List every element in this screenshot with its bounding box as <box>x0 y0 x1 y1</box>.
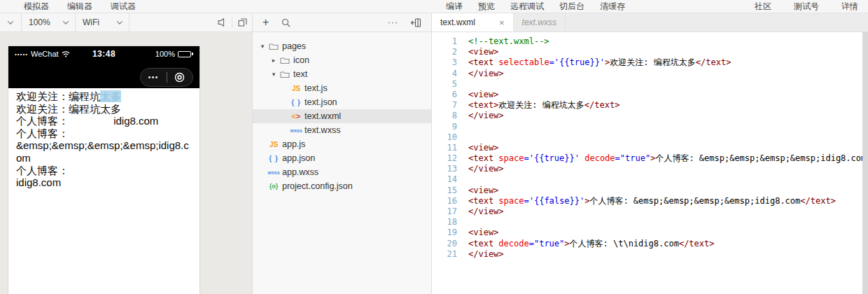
js-file-icon: JS <box>267 141 281 148</box>
code-line[interactable]: 21</view> <box>432 249 862 260</box>
tree-item-text[interactable]: ▾text <box>253 67 431 81</box>
code-line[interactable]: 19<view> <box>432 227 862 238</box>
tree-item-text.json[interactable]: { }text.json <box>253 95 431 109</box>
tree-item-text.wxml[interactable]: <>text.wxml <box>253 109 431 123</box>
code-token: <text <box>468 239 498 248</box>
tab-text.wxss[interactable]: text.wxss <box>514 13 566 31</box>
editor-scrollbar[interactable] <box>862 32 868 294</box>
menu-item-编辑器[interactable]: 编辑器 <box>67 1 92 13</box>
code-token: 欢迎关注: 编程坑太多 <box>610 57 695 67</box>
tree-item-label: icon <box>293 55 309 65</box>
menu-item-预览[interactable]: 预览 <box>478 1 495 13</box>
code-line[interactable]: 9 <box>432 122 862 132</box>
tree-item-app.json[interactable]: { }app.json <box>253 151 431 165</box>
tree-item-label: text.wxml <box>304 111 341 121</box>
capsule-home-button[interactable] <box>167 72 193 83</box>
capsule-more-button[interactable]: ••• <box>141 74 167 81</box>
plus-icon: + <box>262 16 269 28</box>
code-line[interactable]: 7<text>欢迎关注: 编程坑太多</text> <box>432 100 862 111</box>
code-token: 个人博客: &emsp;&emsp;&emsp;&emsp;idig8.com <box>655 153 866 163</box>
menu-item-模拟器[interactable]: 模拟器 <box>24 1 49 13</box>
phone-text-line: idig8.com <box>16 176 192 189</box>
phone-statusbar: ••••• WeChat 13:48 100% <box>8 46 200 62</box>
code-line[interactable]: 13</view> <box>432 164 862 174</box>
menu-item-远程调试[interactable]: 远程调试 <box>510 1 544 13</box>
code-line-content: <text space='{{false}}'>个人博客: &emsp;&ems… <box>457 196 836 206</box>
code-area: 1<!--text.wxml-->2<view>3<text selectabl… <box>432 36 862 294</box>
network-value: WiFi <box>83 18 99 27</box>
more-options-button[interactable]: ··· <box>388 18 398 27</box>
code-token: <!--text.wxml--> <box>468 36 550 46</box>
code-line-content: </view> <box>457 164 504 174</box>
code-line[interactable]: 20<text decode="true">个人博客: \t\nidig8.co… <box>432 239 862 249</box>
menubar-group-right: 社区测试号详情 <box>755 0 858 13</box>
tree-item-text.wxss[interactable]: wxsstext.wxss <box>253 123 431 137</box>
zoom-dropdown[interactable]: 100% <box>22 13 75 31</box>
network-dropdown[interactable]: WiFi <box>76 13 129 31</box>
line-number: 7 <box>432 100 457 111</box>
code-line-content: <view> <box>457 186 498 196</box>
wxss-file-icon: wxss <box>289 128 303 133</box>
code-line[interactable]: 8</view> <box>432 111 862 121</box>
code-line[interactable]: 2<view> <box>432 47 862 57</box>
code-line[interactable]: 10 <box>432 132 862 143</box>
menu-item-测试号[interactable]: 测试号 <box>794 1 819 13</box>
code-line[interactable]: 14 <box>432 174 862 185</box>
close-icon[interactable]: × <box>499 18 505 27</box>
code-line[interactable]: 1<!--text.wxml--> <box>432 36 862 47</box>
code-token: space <box>498 196 524 206</box>
tree-item-label: text <box>293 69 307 79</box>
code-token: <view> <box>468 227 498 237</box>
code-token: <text> <box>468 100 498 110</box>
add-file-button[interactable]: + <box>262 17 269 28</box>
menu-item-调试器[interactable]: 调试器 <box>111 1 136 13</box>
code-line[interactable]: 5 <box>432 79 862 90</box>
code-token: </text> <box>696 57 732 67</box>
line-number: 2 <box>432 47 457 57</box>
tree-item-text.js[interactable]: JStext.js <box>253 81 431 95</box>
wxml-file-icon: <> <box>289 112 303 120</box>
tree-item-app.wxss[interactable]: wxssapp.wxss <box>253 165 431 179</box>
tree-item-pages[interactable]: ▾pages <box>253 39 431 53</box>
code-line[interactable]: 11<view> <box>432 143 862 153</box>
zoom-value: 100% <box>29 18 50 27</box>
code-token: </text> <box>679 239 715 248</box>
menu-item-编译[interactable]: 编译 <box>446 1 463 13</box>
line-number: 20 <box>432 239 457 249</box>
phone-text: idig8.com <box>16 176 61 188</box>
tree-item-project.config.json[interactable]: {o}project.config.json <box>253 179 431 193</box>
menu-item-社区[interactable]: 社区 <box>755 1 771 13</box>
code-line[interactable]: 12<text space='{{true}}' decode="true">个… <box>432 153 862 164</box>
code-line[interactable]: 17</view> <box>432 206 862 217</box>
code-token: </view> <box>468 164 504 174</box>
code-line[interactable]: 6<view> <box>432 90 862 100</box>
code-line-content <box>457 174 468 185</box>
phone-text: 个人博客： <box>16 164 69 176</box>
code-line-content <box>457 217 468 227</box>
menu-item-详情[interactable]: 详情 <box>841 1 858 13</box>
tree-item-app.js[interactable]: JSapp.js <box>253 137 431 151</box>
code-line[interactable]: 18 <box>432 217 862 227</box>
tree-item-label: app.json <box>282 153 315 163</box>
code-editor[interactable]: 1<!--text.wxml-->2<view>3<text selectabl… <box>432 32 868 294</box>
menu-item-清缓存[interactable]: 清缓存 <box>600 1 625 13</box>
code-token: ='{{false}}' <box>524 196 584 206</box>
code-line[interactable]: 3<text selectable='{{true}}'>欢迎关注: 编程坑太多… <box>432 57 862 68</box>
code-token: 个人博客: \t\nidig8.com <box>570 239 679 248</box>
menu-item-切后台[interactable]: 切后台 <box>559 1 584 13</box>
code-line[interactable]: 15<view> <box>432 186 862 196</box>
tree-item-label: text.json <box>304 97 337 107</box>
search-button[interactable] <box>281 18 290 27</box>
tab-text.wxml[interactable]: text.wxml× <box>432 13 514 31</box>
sound-toggle-button[interactable] <box>212 13 232 31</box>
code-line[interactable]: 16<text space='{{false}}'>个人博客: &emsp;&e… <box>432 196 862 206</box>
tree-item-icon[interactable]: ▸icon <box>253 53 431 67</box>
folder-icon <box>278 57 292 64</box>
tab-label: text.wxml <box>440 18 475 27</box>
code-line[interactable]: 4</view> <box>432 69 862 79</box>
ellipsis-icon: ··· <box>388 18 398 27</box>
device-selector-dropdown[interactable] <box>0 13 21 31</box>
collapse-panel-button[interactable] <box>411 18 421 27</box>
line-number: 8 <box>432 111 457 121</box>
float-window-button[interactable] <box>232 13 252 31</box>
